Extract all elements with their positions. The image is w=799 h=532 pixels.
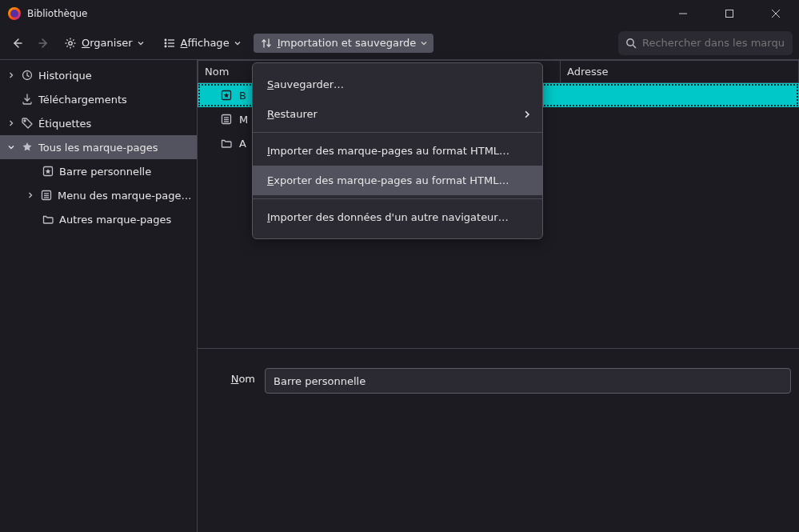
- svg-line-12: [73, 46, 74, 46]
- bookmark-menu-icon: [40, 189, 53, 202]
- display-menu-button[interactable]: Affichage: [157, 34, 247, 53]
- sidebar-item-label: Étiquettes: [38, 118, 91, 130]
- svg-line-22: [633, 45, 636, 48]
- import-export-dropdown: Sauvegarder… Restaurer Importer des marq…: [252, 62, 543, 239]
- gear-icon: [64, 37, 77, 50]
- chevron-down-icon: [138, 40, 144, 46]
- titlebar: Bibliothèque: [0, 0, 799, 26]
- firefox-icon: [8, 7, 21, 20]
- svg-point-24: [24, 120, 26, 122]
- menu-separator: [253, 198, 542, 199]
- import-export-menu-button[interactable]: Importation et sauvegarde: [254, 34, 434, 53]
- sidebar-item-menu-bookmarks[interactable]: Menu des marque-page…: [0, 183, 197, 207]
- sidebar-item-toolbar-bookmarks[interactable]: Barre personnelle: [0, 159, 197, 183]
- svg-line-13: [66, 46, 67, 46]
- toolbar: Organiser Affichage Importation et sauve…: [0, 26, 799, 60]
- sidebar-item-tags[interactable]: Étiquettes: [0, 111, 197, 135]
- chevron-right-icon: [26, 192, 35, 198]
- search-icon: [625, 37, 637, 50]
- chevron-down-icon: [6, 144, 16, 150]
- search-field-wrap: [618, 31, 793, 55]
- minimize-button[interactable]: [660, 0, 706, 26]
- menu-item-export-html[interactable]: Exporter des marque-pages au format HTML…: [253, 166, 542, 195]
- back-button[interactable]: [10, 36, 24, 50]
- chevron-right-icon: [6, 120, 16, 126]
- clock-icon: [21, 69, 34, 82]
- tag-icon: [21, 117, 34, 130]
- list-icon: [163, 37, 176, 50]
- search-input[interactable]: [618, 31, 793, 55]
- sidebar-item-label: Tous les marque-pages: [38, 142, 158, 154]
- svg-point-6: [69, 41, 72, 44]
- sidebar-item-label: Téléchargements: [38, 94, 127, 106]
- svg-rect-1: [726, 10, 733, 17]
- chevron-right-icon: [6, 72, 16, 78]
- organize-label: Organiser: [82, 37, 133, 49]
- window-title: Bibliothèque: [27, 8, 88, 19]
- svg-line-14: [73, 39, 74, 40]
- menu-item-import-html[interactable]: Importer des marque-pages au format HTML…: [253, 136, 542, 166]
- chevron-right-icon: [523, 110, 531, 118]
- sidebar-item-label: Historique: [38, 70, 92, 82]
- menu-item-backup[interactable]: Sauvegarder…: [253, 70, 542, 99]
- svg-line-11: [66, 39, 67, 40]
- window-controls: [660, 0, 799, 26]
- organize-menu-button[interactable]: Organiser: [58, 34, 150, 53]
- import-export-icon: [260, 37, 273, 50]
- bookmark-bar-icon: [220, 89, 233, 102]
- sidebar-item-history[interactable]: Historique: [0, 63, 197, 87]
- download-icon: [21, 93, 34, 106]
- maximize-button[interactable]: [706, 0, 753, 26]
- chevron-down-icon: [234, 40, 241, 46]
- star-icon: [21, 141, 34, 154]
- sidebar-item-label: Barre personnelle: [59, 166, 151, 178]
- list-item-label: M: [239, 114, 248, 126]
- sidebar-item-label: Menu des marque-page…: [58, 190, 191, 202]
- folder-icon: [220, 137, 233, 150]
- folder-icon: [42, 213, 54, 226]
- detail-name-input[interactable]: [265, 368, 791, 394]
- menu-item-import-browser[interactable]: Importer des données d'un autre navigate…: [253, 202, 542, 232]
- bookmark-menu-icon: [220, 113, 233, 126]
- chevron-down-icon: [421, 40, 427, 46]
- menu-separator: [253, 132, 542, 133]
- details-panel: Nom: [198, 348, 799, 532]
- svg-point-19: [165, 46, 166, 47]
- column-header-address[interactable]: Adresse: [561, 60, 799, 83]
- sidebar: Historique Téléchargements Étiquettes To…: [0, 60, 198, 532]
- svg-point-15: [165, 39, 166, 41]
- list-item-label: B: [239, 90, 246, 102]
- forward-button[interactable]: [37, 36, 51, 50]
- svg-point-17: [165, 42, 166, 44]
- sidebar-item-all-bookmarks[interactable]: Tous les marque-pages: [0, 135, 197, 159]
- bookmark-bar-icon: [42, 165, 54, 178]
- svg-point-21: [627, 38, 633, 45]
- close-button[interactable]: [753, 0, 799, 26]
- detail-name-label: Nom: [207, 368, 255, 385]
- sidebar-item-other-bookmarks[interactable]: Autres marque-pages: [0, 207, 197, 231]
- sidebar-item-downloads[interactable]: Téléchargements: [0, 87, 197, 111]
- import-export-label: Importation et sauvegarde: [278, 37, 417, 49]
- display-label: Affichage: [181, 37, 230, 49]
- sidebar-item-label: Autres marque-pages: [59, 214, 171, 226]
- list-item-label: A: [239, 138, 246, 150]
- menu-item-restore[interactable]: Restaurer: [253, 99, 542, 129]
